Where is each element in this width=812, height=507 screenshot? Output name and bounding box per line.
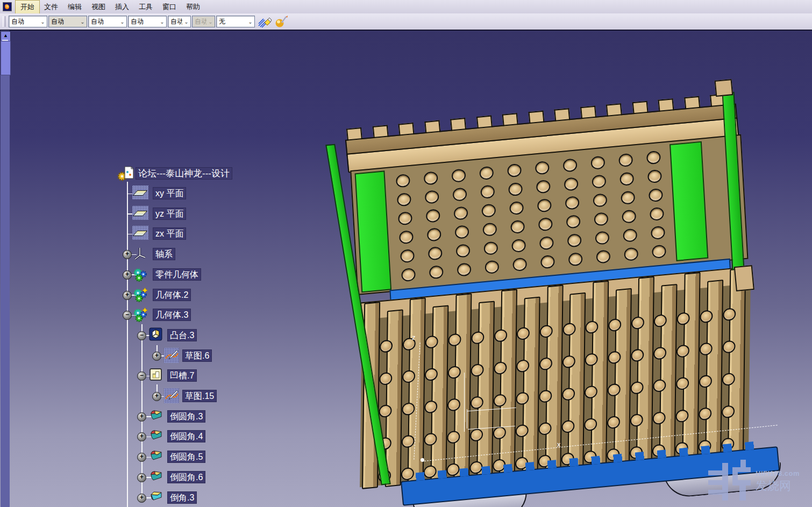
model-fin bbox=[453, 293, 472, 481]
menu-item-4[interactable]: 插入 bbox=[110, 1, 134, 13]
plate-boss bbox=[508, 182, 523, 196]
tree-icon-plane[interactable] bbox=[132, 226, 148, 240]
tree-expander-13[interactable]: + bbox=[137, 453, 146, 462]
tree-icon-body[interactable] bbox=[132, 267, 149, 285]
combo-1[interactable]: 自动⌄ bbox=[48, 16, 87, 27]
menu-bar: 开始文件编辑视图插入工具窗口帮助 bbox=[0, 0, 812, 14]
plate-boss bbox=[536, 180, 551, 194]
tree-expander-12[interactable]: + bbox=[137, 432, 146, 441]
tree-icon-axis[interactable] bbox=[132, 246, 147, 263]
tree-expander-8[interactable]: + bbox=[152, 352, 161, 361]
combo-5[interactable]: 自动⌄ bbox=[192, 16, 215, 27]
tree-expander-3[interactable]: + bbox=[123, 250, 132, 259]
tree-item-6[interactable]: 几何体.3 bbox=[153, 309, 191, 321]
tree-item-7[interactable]: 凸台.3 bbox=[167, 329, 197, 341]
tree-item-14[interactable]: 倒圆角.6 bbox=[167, 471, 205, 483]
plate-boss bbox=[622, 210, 636, 224]
viewport-3d[interactable]: ▲ z x 论坛---泰山神龙---设计xy 平面yz 平面zx 平面+ bbox=[0, 31, 812, 507]
chevron-down-icon: ⌄ bbox=[182, 16, 190, 27]
scrollbar-up-icon[interactable]: ▲ bbox=[1, 31, 11, 41]
tree-icon-fillet[interactable] bbox=[149, 429, 163, 444]
tree-icon-plane[interactable] bbox=[132, 185, 148, 199]
menu-item-2[interactable]: 编辑 bbox=[63, 1, 87, 13]
plate-boss bbox=[565, 196, 579, 210]
tree-expander-7[interactable]: − bbox=[137, 331, 146, 340]
plate-boss bbox=[540, 255, 555, 269]
tree-item-4[interactable]: 零件几何体 bbox=[153, 268, 201, 281]
tree-item-1[interactable]: yz 平面 bbox=[153, 208, 186, 220]
tree-icon-plane[interactable] bbox=[132, 206, 148, 220]
tree-item-10[interactable]: 草图.15 bbox=[182, 390, 217, 402]
tree-icon-sketch[interactable] bbox=[164, 388, 179, 403]
plate-boss bbox=[507, 163, 522, 177]
plate-boss bbox=[399, 230, 414, 244]
tree-icon-fillet[interactable] bbox=[149, 469, 163, 484]
tree-item-11[interactable]: 倒圆角.3 bbox=[167, 410, 205, 423]
tree-item-0[interactable]: xy 平面 bbox=[153, 187, 186, 199]
tree-icon-pad[interactable] bbox=[149, 327, 162, 343]
plate-boss bbox=[397, 192, 411, 206]
tree-item-13[interactable]: 倒圆角.5 bbox=[167, 451, 205, 463]
tree-icon-fillet[interactable] bbox=[149, 449, 163, 464]
plate-boss bbox=[623, 228, 637, 242]
combo-3[interactable]: 自动⌄ bbox=[128, 16, 167, 27]
z-axis-label: z bbox=[412, 333, 416, 341]
plate-boss bbox=[398, 211, 412, 225]
tree-item-12[interactable]: 倒圆角.4 bbox=[167, 430, 205, 442]
tree-item-9[interactable]: 凹槽.7 bbox=[167, 369, 197, 382]
tree-root-label[interactable]: 论坛---泰山神龙---设计 bbox=[136, 167, 232, 180]
toolbar-grip[interactable] bbox=[3, 16, 5, 27]
menu-item-7[interactable]: 帮助 bbox=[181, 1, 205, 13]
scrollbar-track[interactable] bbox=[1, 31, 10, 507]
menu-item-1[interactable]: 文件 bbox=[39, 1, 63, 13]
tree-expander-6[interactable]: − bbox=[123, 311, 132, 320]
tree-icon-body-star[interactable] bbox=[132, 307, 149, 325]
tree-expander-11[interactable]: + bbox=[137, 412, 146, 422]
menu-item-6[interactable]: 窗口 bbox=[158, 1, 181, 13]
tree-item-3[interactable]: 轴系 bbox=[153, 248, 175, 260]
tree-expander-4[interactable]: + bbox=[123, 270, 132, 280]
tree-expander-15[interactable]: + bbox=[137, 494, 146, 503]
plate-boss bbox=[457, 262, 471, 276]
tree-item-8[interactable]: 草图.6 bbox=[182, 349, 212, 362]
tree-expander-9[interactable]: − bbox=[137, 372, 146, 381]
combo-6[interactable]: 无⌄ bbox=[216, 16, 255, 27]
plate-boss bbox=[568, 252, 583, 266]
watermark: HIFI168.com 发烧网 bbox=[708, 459, 808, 505]
scrollbar-thumb[interactable] bbox=[1, 41, 11, 75]
tree-expander-5[interactable]: + bbox=[123, 291, 132, 300]
combo-0[interactable]: 自动⌄ bbox=[9, 16, 47, 27]
sketch-mark-v1 bbox=[464, 373, 465, 432]
model-fin bbox=[614, 288, 632, 466]
tree-icon-fillet[interactable] bbox=[149, 409, 163, 424]
tree-item-5[interactable]: 几何体.2 bbox=[153, 289, 191, 301]
left-scrollbar[interactable]: ▲ bbox=[0, 31, 10, 507]
chevron-down-icon: ⌄ bbox=[206, 16, 215, 27]
combo-value: 无 bbox=[217, 17, 246, 26]
tree-expander-14[interactable]: + bbox=[137, 473, 146, 482]
plate-boss bbox=[400, 249, 415, 263]
tree-icon-pocket[interactable] bbox=[149, 368, 162, 383]
tree-expander-10[interactable]: + bbox=[152, 392, 161, 401]
menu-item-5[interactable]: 工具 bbox=[134, 1, 158, 13]
material-sphere-icon[interactable] bbox=[274, 15, 288, 28]
model-fin bbox=[568, 292, 586, 470]
menu-item-3[interactable]: 视图 bbox=[87, 1, 110, 13]
menu-item-0[interactable]: 开始 bbox=[16, 1, 39, 13]
tree-root-icon[interactable] bbox=[117, 166, 136, 185]
combo-2[interactable]: 自动⌄ bbox=[88, 16, 127, 27]
plate-boss bbox=[427, 227, 441, 241]
plate-boss bbox=[592, 174, 606, 188]
tree-item-15[interactable]: 倒角.3 bbox=[167, 491, 197, 504]
plate-boss bbox=[424, 171, 438, 185]
paint-brush-icon[interactable] bbox=[258, 15, 272, 28]
tree-icon-body-star[interactable] bbox=[132, 287, 149, 305]
plate-boss bbox=[539, 236, 554, 250]
watermark-name: 发烧网 bbox=[756, 478, 791, 494]
tree-icon-chamfer[interactable] bbox=[149, 490, 163, 505]
plate-boss bbox=[453, 206, 468, 220]
tree-icon-sketch[interactable] bbox=[164, 348, 179, 363]
model-right-green-panel bbox=[669, 141, 708, 261]
tree-item-2[interactable]: zx 平面 bbox=[153, 227, 186, 240]
combo-4[interactable]: 自动⌄ bbox=[168, 16, 191, 27]
